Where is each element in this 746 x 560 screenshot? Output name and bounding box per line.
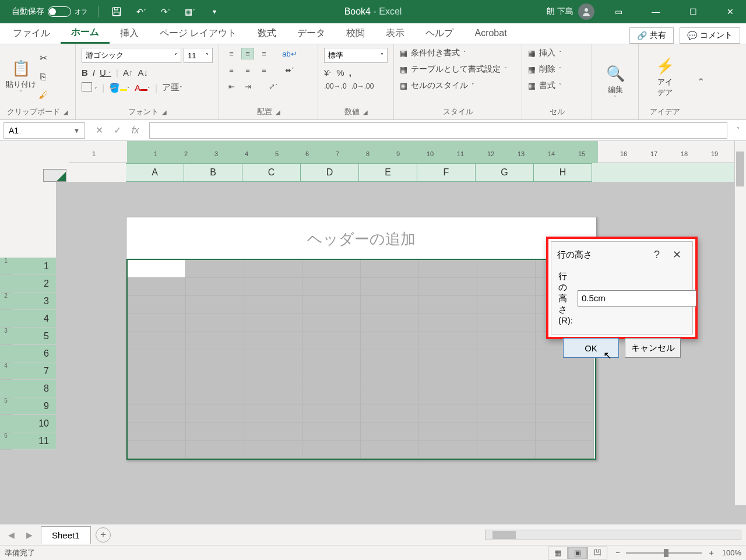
font-color-button[interactable]: A˅ — [135, 83, 150, 93]
page-layout-view-button[interactable]: ▣ — [568, 547, 587, 559]
dialog-launcher-icon[interactable]: ◢ — [363, 109, 368, 115]
wrap-text-button[interactable]: ab↵ — [283, 48, 296, 59]
align-middle-button[interactable]: ≡ — [241, 48, 254, 59]
paste-button[interactable]: 📋 貼り付け ˅ — [6, 58, 36, 96]
tab-data[interactable]: データ — [287, 23, 336, 44]
row-header[interactable]: 9 — [12, 397, 56, 415]
ribbon-display-icon[interactable]: ▭ — [605, 0, 632, 23]
cancel-button[interactable]: キャンセル — [625, 338, 681, 358]
align-bottom-button[interactable]: ≡ — [258, 48, 270, 59]
maximize-icon[interactable]: ☐ — [680, 0, 706, 23]
vertical-scrollbar[interactable] — [734, 141, 746, 505]
page-break-view-button[interactable]: 凹 — [587, 547, 607, 559]
bold-button[interactable]: B — [82, 68, 88, 78]
row-header[interactable]: 5 — [12, 327, 56, 345]
name-box[interactable]: A1▼ — [3, 122, 85, 139]
row-header[interactable]: 2 — [12, 275, 56, 293]
ideas-button[interactable]: ⚡ アイ デア — [650, 56, 680, 98]
row-header[interactable]: 1 — [12, 258, 56, 275]
comma-button[interactable]: , — [349, 68, 351, 78]
editing-button[interactable]: 🔍 編集 ˅ — [600, 64, 631, 101]
formula-input[interactable] — [149, 122, 727, 139]
zoom-out-button[interactable]: − — [615, 548, 620, 557]
align-center-button[interactable]: ≡ — [241, 64, 254, 76]
close-dialog-icon[interactable]: ✕ — [667, 248, 687, 261]
comment-button[interactable]: 💬 コメント — [680, 27, 740, 44]
normal-view-button[interactable]: ▦ — [548, 547, 568, 559]
cell-styles-button[interactable]: ▦セルのスタイル˅ — [400, 80, 516, 91]
cell-grid[interactable] — [126, 259, 596, 460]
autosave-toggle[interactable]: 自動保存 オフ — [12, 6, 87, 17]
row-header[interactable]: 3 — [12, 293, 56, 310]
tab-help[interactable]: ヘルプ — [415, 23, 464, 44]
collapse-ribbon-icon[interactable]: ⌃ — [691, 44, 710, 119]
form-icon[interactable]: ▦˅ — [184, 5, 196, 18]
col-header[interactable]: E — [359, 163, 417, 182]
tab-formulas[interactable]: 数式 — [247, 23, 287, 44]
row-height-input[interactable] — [578, 290, 696, 307]
underline-button[interactable]: U ˅ — [100, 68, 111, 78]
copy-icon[interactable]: ⎘ — [40, 72, 46, 82]
number-format-select[interactable]: 標準˅ — [324, 48, 388, 63]
format-painter-icon[interactable]: 🖌 — [38, 90, 48, 101]
cut-icon[interactable]: ✂ — [40, 52, 47, 64]
insert-cells-button[interactable]: ▦挿入˅ — [528, 48, 586, 58]
percent-button[interactable]: % — [336, 68, 344, 78]
user-account[interactable]: 朗 下島 — [547, 3, 594, 20]
column-headers[interactable]: A B C D E F G H — [0, 163, 746, 182]
dialog-launcher-icon[interactable]: ◢ — [162, 109, 167, 115]
cancel-formula-icon[interactable]: ✕ — [96, 125, 103, 136]
phonetic-button[interactable]: ア亜˅ — [162, 82, 182, 93]
expand-formula-bar-icon[interactable]: ˅ — [731, 126, 746, 134]
col-header[interactable]: D — [301, 163, 359, 182]
prev-sheet-icon[interactable]: ◀ — [5, 530, 18, 540]
horizontal-scrollbar[interactable] — [485, 530, 741, 540]
ok-button[interactable]: OK ↖ — [563, 338, 619, 358]
col-header[interactable]: G — [476, 163, 534, 182]
header-placeholder[interactable]: ヘッダーの追加 — [126, 217, 596, 259]
save-icon[interactable] — [110, 5, 123, 18]
align-right-button[interactable]: ≡ — [258, 64, 270, 76]
minimize-icon[interactable]: — — [642, 0, 669, 23]
align-top-button[interactable]: ≡ — [225, 48, 238, 59]
delete-cells-button[interactable]: ▦削除˅ — [528, 64, 586, 75]
select-all-button[interactable] — [43, 169, 66, 182]
new-sheet-button[interactable]: ＋ — [96, 527, 111, 543]
col-header[interactable]: A — [126, 163, 184, 182]
undo-icon[interactable]: ↶˅ — [135, 5, 147, 18]
format-cells-button[interactable]: ▦書式˅ — [528, 80, 586, 91]
col-header[interactable]: F — [417, 163, 476, 182]
zoom-in-button[interactable]: ＋ — [708, 548, 715, 558]
tab-review[interactable]: 校閲 — [336, 23, 375, 44]
tab-view[interactable]: 表示 — [375, 23, 415, 44]
increase-decimal-button[interactable]: .00→.0 — [324, 82, 347, 90]
format-as-table-button[interactable]: ▦テーブルとして書式設定˅ — [400, 64, 516, 75]
zoom-level[interactable]: 100% — [722, 548, 741, 557]
font-size-select[interactable]: 11˅ — [184, 48, 213, 63]
next-sheet-icon[interactable]: ▶ — [23, 530, 36, 540]
col-header[interactable]: B — [184, 163, 242, 182]
tab-file[interactable]: ファイル — [2, 23, 61, 44]
row-headers[interactable]: 1 2 3 4 5 6 7 8 9 10 11 — [12, 182, 56, 450]
currency-button[interactable]: ¥˅ — [324, 68, 332, 78]
fx-icon[interactable]: fx — [132, 125, 139, 136]
row-header[interactable]: 11 — [12, 432, 56, 450]
decrease-decimal-button[interactable]: .0→.00 — [351, 82, 374, 90]
increase-indent-button[interactable]: ⇥ — [241, 80, 254, 92]
shrink-font-button[interactable]: A↓ — [138, 68, 148, 78]
grow-font-button[interactable]: A↑ — [123, 68, 133, 78]
dialog-launcher-icon[interactable]: ◢ — [276, 109, 280, 115]
decrease-indent-button[interactable]: ⇤ — [225, 80, 238, 92]
qat-customize-icon[interactable]: ▾ — [208, 5, 221, 18]
col-header[interactable]: H — [534, 163, 592, 182]
help-icon[interactable]: ? — [647, 249, 667, 261]
row-header[interactable]: 4 — [12, 310, 56, 327]
zoom-slider[interactable] — [626, 552, 702, 554]
dialog-launcher-icon[interactable]: ◢ — [64, 109, 68, 115]
tab-insert[interactable]: 挿入 — [110, 23, 149, 44]
tab-home[interactable]: ホーム — [61, 23, 110, 44]
italic-button[interactable]: I — [93, 68, 95, 78]
enter-formula-icon[interactable]: ✓ — [114, 125, 121, 136]
tab-acrobat[interactable]: Acrobat — [464, 23, 517, 44]
close-icon[interactable]: ✕ — [717, 0, 744, 23]
